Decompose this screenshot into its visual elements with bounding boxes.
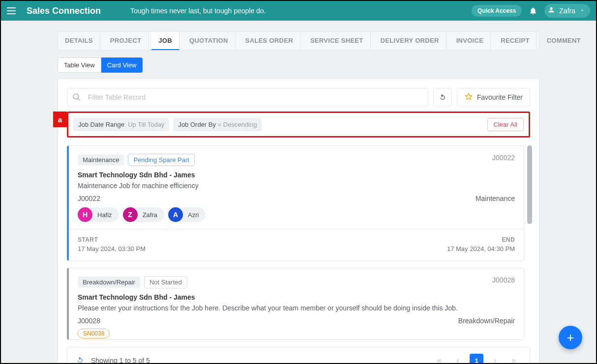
filter-chip-order-by[interactable]: Job Order By = Descending: [173, 118, 262, 131]
avatar: Z: [123, 207, 138, 222]
user-menu[interactable]: Zafra: [544, 4, 590, 18]
cards-area: J00022 Maintenance Pending Spare Part Sm…: [67, 145, 530, 340]
add-fab-button[interactable]: +: [559, 326, 582, 349]
chevron-down-icon: [579, 6, 585, 15]
clear-all-button[interactable]: Clear All: [487, 118, 524, 131]
refresh-list-button[interactable]: [76, 356, 91, 364]
view-toggle: Table View Card View: [58, 57, 143, 73]
search-input-wrap[interactable]: [67, 88, 428, 107]
favourite-filter-button[interactable]: Favourite Filter: [457, 88, 530, 107]
tab-details[interactable]: DETAILS: [58, 32, 100, 50]
job-code: J00028: [78, 317, 100, 325]
pager-nav: « ‹ 1 › »: [432, 354, 521, 364]
badge-extra: SN0038: [78, 329, 110, 338]
favourite-filter-label: Favourite Filter: [477, 93, 523, 101]
job-description: Please enter your instructions for the J…: [78, 304, 515, 312]
search-icon: [72, 93, 81, 102]
badge-status: Pending Spare Part: [128, 154, 194, 166]
badge-category: Breakdown/Repair: [78, 277, 140, 288]
pager-summary: Showing 1 to 5 of 5: [91, 357, 150, 364]
tab-receipt[interactable]: RECEIPT: [494, 32, 537, 50]
pager-next-icon[interactable]: ›: [488, 354, 502, 364]
tab-invoice[interactable]: INVOICE: [449, 32, 491, 50]
assignee-chip[interactable]: AAzri: [168, 207, 206, 222]
badge-category: Maintenance: [78, 154, 124, 166]
tab-project[interactable]: PROJECT: [103, 32, 149, 50]
tab-job[interactable]: JOB: [151, 32, 179, 50]
scrollbar[interactable]: [527, 145, 532, 224]
job-title: Smart Technology Sdn Bhd - James: [78, 171, 515, 179]
table-view-button[interactable]: Table View: [58, 57, 101, 73]
user-name: Zafra: [559, 7, 575, 15]
filter-panel: Favourite Filter a Job Date Range: Up Ti…: [58, 79, 539, 364]
end-label: END: [447, 236, 515, 243]
badge-status: Not Started: [144, 276, 187, 288]
filter-chips-row: Job Date Range: Up Till Today Job Order …: [67, 112, 530, 138]
star-icon: [464, 92, 473, 103]
job-card[interactable]: J00022 Maintenance Pending Spare Part Sm…: [67, 145, 524, 261]
assignee-list: HHafiz ZZafra AAzri: [78, 207, 515, 222]
assignee-chip[interactable]: ZZafra: [123, 207, 164, 222]
quick-access-button[interactable]: Quick Access: [472, 5, 522, 17]
refresh-icon: [439, 93, 447, 101]
tab-delivery-order[interactable]: DELIVERY ORDER: [374, 32, 447, 50]
annotation-marker-a: a: [53, 112, 67, 127]
job-code-top: J00022: [492, 154, 515, 162]
topbar: Sales Connection Tough times never last,…: [1, 1, 596, 21]
plus-icon: +: [567, 330, 574, 345]
pager-page-current[interactable]: 1: [470, 354, 483, 364]
filter-chip-date-range[interactable]: Job Date Range: Up Till Today: [73, 118, 169, 131]
user-icon: [547, 6, 555, 16]
brand-title: Sales Connection: [27, 6, 101, 16]
pager-prev-icon[interactable]: ‹: [451, 354, 465, 364]
assignee-chip[interactable]: HHafiz: [78, 207, 119, 222]
tab-service-sheet[interactable]: SERVICE SHEET: [303, 32, 371, 50]
start-value: 17 May 2024, 03:30 PM: [78, 245, 146, 252]
tagline-text: Tough times never last, but tough people…: [130, 7, 266, 15]
card-view-button[interactable]: Card View: [101, 57, 143, 73]
refresh-filter-button[interactable]: [433, 88, 452, 107]
main-tabs: DETAILSPROJECTJOBQUOTATIONSALES ORDERSER…: [58, 31, 539, 51]
end-value: 17 May 2024, 04:30 PM: [447, 245, 515, 252]
job-code-top: J00028: [492, 276, 515, 284]
job-card[interactable]: J00028 Breakdown/Repair Not Started Smar…: [67, 268, 524, 340]
notifications-icon[interactable]: [529, 6, 537, 15]
job-type: Maintenance: [476, 195, 515, 202]
pager-first-icon[interactable]: «: [432, 354, 446, 364]
avatar: H: [78, 207, 92, 222]
job-description: Maintenance Job for machine efficiency: [78, 182, 515, 190]
tab-quotation[interactable]: QUOTATION: [182, 32, 236, 50]
tab-comment[interactable]: COMMENT: [540, 32, 588, 50]
job-type: Breakdown/Repair: [458, 317, 515, 325]
job-code: J00022: [78, 195, 100, 202]
tab-sales-order[interactable]: SALES ORDER: [239, 32, 300, 50]
pager-bar: Showing 1 to 5 of 5 « ‹ 1 › »: [67, 347, 530, 364]
search-input[interactable]: [88, 93, 423, 101]
start-label: START: [78, 236, 146, 243]
menu-icon[interactable]: [7, 5, 19, 17]
job-title: Smart Technology Sdn Bhd - James: [78, 293, 515, 301]
avatar: A: [168, 207, 183, 222]
pager-last-icon[interactable]: »: [507, 354, 521, 364]
